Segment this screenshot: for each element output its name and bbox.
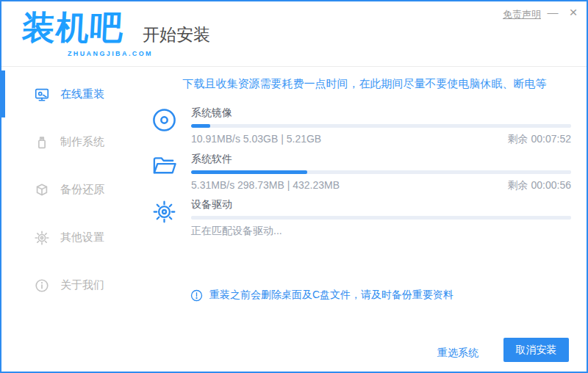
- progress-bar-fill: [191, 170, 307, 174]
- progress-bar-fill: [191, 124, 210, 128]
- cancel-install-button[interactable]: 取消安装: [503, 338, 569, 362]
- progress-bar: [191, 170, 571, 174]
- progress-bar: [191, 216, 571, 220]
- sidebar-item-about-us[interactable]: 关于我们: [1, 261, 141, 309]
- usb-icon: [34, 134, 50, 151]
- alert-circle-icon: [190, 289, 203, 302]
- brand-logo-domain: ZHUANGJIBA.COM: [59, 50, 153, 57]
- minimize-button[interactable]: —: [545, 4, 560, 21]
- backup-note: 重装之前会删除桌面及C盘文件，请及时备份重要资料: [190, 289, 453, 302]
- task-remaining-time: 剩余 00:07:52: [508, 133, 571, 145]
- sidebar-item-online-reinstall[interactable]: 在线重装: [1, 70, 141, 118]
- task-title: 系统镜像: [191, 106, 571, 119]
- sidebar: 在线重装 制作系统 备份还原: [1, 67, 141, 372]
- progress-bar: [191, 124, 571, 128]
- backup-cube-icon: [34, 182, 50, 198]
- sidebar-item-other-settings[interactable]: 其他设置: [1, 214, 141, 261]
- task-stats: 5.31MB/s 298.73MB | 432.23MB: [191, 179, 340, 192]
- sidebar-item-label: 在线重装: [60, 87, 104, 101]
- sidebar-item-label: 制作系统: [60, 135, 104, 149]
- backup-note-text: 重装之前会删除桌面及C盘文件，请及时备份重要资料: [209, 289, 453, 302]
- brand-logo: 装机吧 ZHUANGJIBA.COM: [22, 9, 132, 60]
- task-row-system-software: 系统软件 5.31MB/s 298.73MB | 432.23MB 剩余 00:…: [151, 152, 571, 192]
- close-icon[interactable]: ×: [566, 4, 581, 21]
- reselect-system-button[interactable]: 重选系统: [430, 341, 486, 365]
- app-window: 装机吧 ZHUANGJIBA.COM 开始安装 免责声明 — × 在线重装: [0, 0, 588, 373]
- task-row-device-driver: 设备驱动 正在匹配设备驱动...: [151, 198, 571, 237]
- task-title: 系统软件: [191, 152, 571, 165]
- sidebar-item-label: 其他设置: [60, 231, 104, 245]
- monitor-icon: [34, 87, 50, 103]
- disc-icon: [151, 107, 177, 133]
- task-title: 设备驱动: [191, 198, 571, 211]
- driver-gear-icon: [151, 199, 177, 225]
- task-row-system-image: 系统镜像 10.91MB/s 5.03GB | 5.21GB 剩余 00:07:…: [151, 106, 571, 145]
- title-bar: 装机吧 ZHUANGJIBA.COM 开始安装 免责声明 — ×: [1, 1, 587, 66]
- folder-icon: [151, 153, 177, 179]
- task-remaining-time: 剩余 00:00:56: [508, 179, 571, 192]
- task-stats: 10.91MB/s 5.03GB | 5.21GB: [191, 133, 321, 145]
- task-status: 正在匹配设备驱动...: [191, 225, 282, 237]
- disclaimer-link[interactable]: 免责声明: [503, 8, 541, 21]
- brand-logo-text: 装机吧: [21, 9, 134, 47]
- gear-icon: [34, 230, 50, 246]
- sidebar-item-backup-restore[interactable]: 备份还原: [1, 166, 141, 214]
- active-indicator: [1, 70, 5, 117]
- sidebar-item-label: 备份还原: [60, 183, 104, 197]
- info-icon: [34, 278, 50, 294]
- download-warning-text: 下载且收集资源需要耗费一点时间，在此期间尽量不要使电脑休眠、断电等: [141, 77, 588, 91]
- page-title: 开始安装: [143, 23, 210, 46]
- sidebar-item-label: 关于我们: [60, 278, 104, 292]
- sidebar-item-make-system[interactable]: 制作系统: [1, 118, 141, 166]
